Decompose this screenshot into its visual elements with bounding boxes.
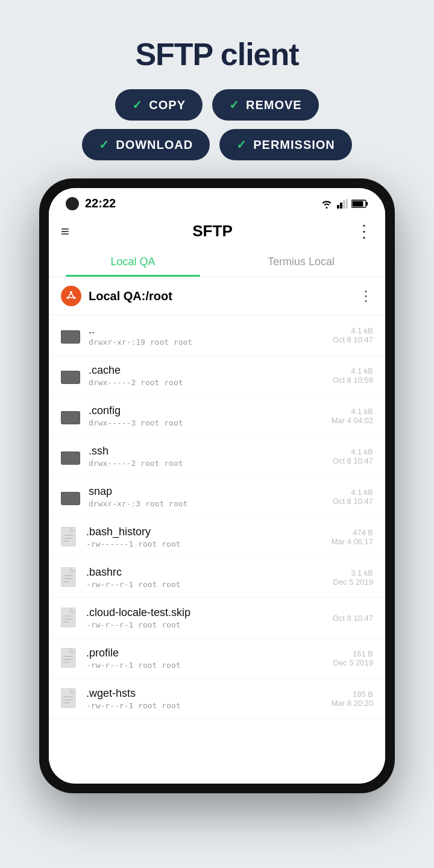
folder-icon	[61, 407, 80, 424]
permission-badge: ✓ PERMISSION	[219, 129, 352, 160]
file-name: .wget-hsts	[86, 687, 323, 700]
svg-rect-1	[340, 203, 342, 209]
file-date: Oct 8 10:47	[333, 456, 373, 465]
file-name: .ssh	[89, 445, 324, 458]
status-bar: 22:22	[49, 188, 385, 215]
file-date: Oct 8 10:47	[333, 497, 373, 506]
list-item[interactable]: .configdrwx-----3 root root4.1 kBMar 4 0…	[49, 396, 385, 436]
wifi-icon	[320, 199, 333, 209]
file-info: .bash_history-rw------1 root root	[86, 526, 323, 549]
svg-rect-26	[61, 452, 80, 464]
file-size: 4.1 kB	[333, 326, 373, 335]
file-meta: 4.1 kBOct 8 10:47	[333, 447, 373, 465]
folder-icon	[61, 327, 80, 344]
status-icons	[320, 199, 368, 209]
file-perms: -rw-r--r-1 root root	[86, 620, 324, 629]
badge-row-2: ✓ DOWNLOAD ✓ PERMISSION	[82, 129, 352, 160]
file-name: .bash_history	[86, 526, 323, 538]
file-name: snap	[89, 485, 324, 498]
signal-icon	[337, 199, 348, 209]
file-name: .cache	[89, 364, 324, 377]
permission-check-icon: ✓	[236, 137, 247, 152]
tab-termius-local[interactable]: Termius Local	[217, 247, 385, 277]
file-name: .cloud-locale-test.skip	[86, 606, 324, 619]
list-item[interactable]: snapdrwxr-xr-:3 root root4.1 kBOct 8 10:…	[49, 477, 385, 517]
hamburger-menu[interactable]: ≡	[61, 223, 69, 240]
file-perms: -rw------1 root root	[86, 539, 323, 549]
location-title: Local QA:/root	[89, 289, 172, 303]
file-name: .bashrc	[86, 566, 325, 579]
file-meta: 161 BDec 5 2019	[333, 649, 374, 667]
list-item[interactable]: .cloud-locale-test.skip-rw-r--r-1 root r…	[49, 598, 385, 638]
file-info: ..drwxr-xr-:19 root root	[89, 324, 324, 347]
file-icon	[61, 688, 78, 709]
file-perms: drwx-----2 root root	[89, 378, 324, 387]
location-left: Local QA:/root	[61, 286, 172, 306]
list-item[interactable]: .bash_history-rw------1 root root474 BMa…	[49, 517, 385, 558]
list-item[interactable]: .sshdrwx-----2 root root4.1 kBOct 8 10:4…	[49, 436, 385, 477]
file-size: 161 B	[333, 649, 374, 658]
file-date: Oct 8 10:47	[333, 335, 373, 344]
file-size: 4.1 kB	[333, 447, 373, 456]
file-size: 474 B	[332, 528, 373, 537]
phone-frame: 22:22	[39, 178, 395, 793]
file-meta: 4.1 kBOct 8 10:47	[333, 326, 373, 344]
location-bar: Local QA:/root ⋮	[49, 277, 385, 315]
file-name: ..	[89, 324, 324, 336]
list-item[interactable]: .wget-hsts-rw-r--r-1 root root185 BMar 8…	[49, 679, 385, 719]
list-item[interactable]: .bashrc-rw-r--r-1 root root3.1 kBDec 5 2…	[49, 558, 385, 598]
list-item[interactable]: .profile-rw-r--r-1 root root161 BDec 5 2…	[49, 638, 385, 679]
file-info: .wget-hsts-rw-r--r-1 root root	[86, 687, 323, 710]
folder-icon	[61, 448, 80, 465]
copy-label: COPY	[149, 98, 186, 112]
file-info: .bashrc-rw-r--r-1 root root	[86, 566, 325, 589]
file-size: 4.1 kB	[332, 407, 373, 416]
file-size: 3.1 kB	[333, 568, 374, 577]
file-info: snapdrwxr-xr-:3 root root	[89, 485, 324, 508]
file-icon	[61, 648, 78, 668]
file-name: .config	[89, 404, 323, 417]
svg-point-9	[74, 297, 76, 299]
file-perms: drwx-----3 root root	[89, 418, 323, 427]
svg-rect-17	[61, 331, 80, 343]
file-name: .profile	[86, 647, 325, 659]
file-date: Dec 5 2019	[333, 658, 374, 667]
file-info: .cachedrwx-----2 root root	[89, 364, 324, 387]
file-perms: drwx-----2 root root	[89, 459, 324, 468]
svg-point-10	[67, 297, 69, 299]
tab-local-qa[interactable]: Local QA	[49, 247, 217, 277]
file-date: Mar 4 04:02	[332, 416, 373, 425]
file-info: .sshdrwx-----2 root root	[89, 445, 324, 468]
file-list: ..drwxr-xr-:19 root root4.1 kBOct 8 10:4…	[49, 315, 385, 784]
svg-point-8	[70, 291, 72, 294]
svg-rect-29	[61, 492, 80, 505]
feature-badges: ✓ COPY ✓ REMOVE ✓ DOWNLOAD ✓ PERMISSION	[82, 89, 352, 160]
file-date: Oct 8 10:59	[333, 376, 373, 385]
list-item[interactable]: .cachedrwx-----2 root root4.1 kBOct 8 10…	[49, 356, 385, 396]
phone-screen: 22:22	[49, 188, 385, 784]
top-bar: ≡ SFTP ⋮	[49, 215, 385, 247]
file-meta: 4.1 kBMar 4 04:02	[332, 407, 373, 425]
svg-line-13	[73, 297, 74, 297]
more-button[interactable]: ⋮	[356, 221, 373, 241]
ubuntu-icon	[61, 286, 81, 306]
list-item[interactable]: ..drwxr-xr-:19 root root4.1 kBOct 8 10:4…	[49, 315, 385, 356]
file-meta: Oct 8 10:47	[333, 614, 373, 623]
svg-rect-0	[337, 205, 339, 209]
status-time: 22:22	[85, 197, 116, 210]
file-meta: 185 BMar 8 20:20	[332, 690, 373, 708]
remove-label: REMOVE	[246, 98, 302, 112]
folder-icon	[61, 367, 80, 384]
file-size: 4.1 kB	[333, 366, 373, 376]
file-perms: -rw-r--r-1 root root	[86, 661, 325, 670]
remove-badge: ✓ REMOVE	[212, 89, 319, 121]
file-icon	[61, 567, 78, 588]
file-meta: 474 BMar 4 06:17	[332, 528, 373, 546]
file-icon	[61, 527, 78, 547]
svg-rect-5	[366, 202, 368, 206]
copy-badge: ✓ COPY	[115, 89, 203, 121]
file-perms: -rw-r--r-1 root root	[86, 580, 325, 589]
tabs-container: Local QA Termius Local	[49, 247, 385, 277]
location-more-button[interactable]: ⋮	[359, 288, 373, 304]
file-date: Mar 4 06:17	[332, 537, 373, 546]
